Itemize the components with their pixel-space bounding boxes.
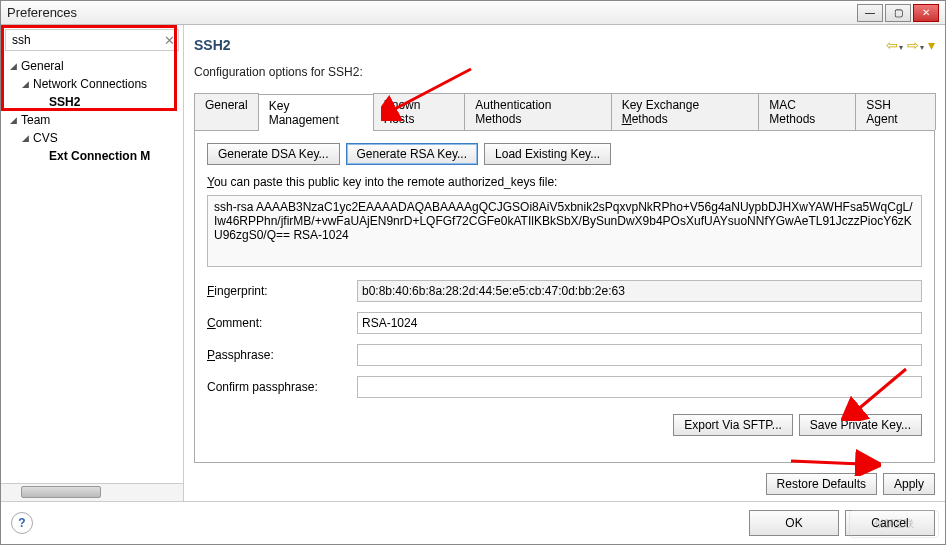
titlebar: Preferences — ▢ ✕ <box>1 1 945 25</box>
fingerprint-field[interactable] <box>357 280 922 302</box>
filter-search[interactable]: ✕ <box>5 29 179 51</box>
tree-node-ext-connection[interactable]: Ext Connection M <box>1 147 183 165</box>
apply-button[interactable]: Apply <box>883 473 935 495</box>
passphrase-field[interactable] <box>357 344 922 366</box>
tab-key-management[interactable]: Key Management <box>258 94 374 131</box>
generate-dsa-key-button[interactable]: Generate DSA Key... <box>207 143 340 165</box>
watermark-logo: 创新互联 <box>849 510 939 538</box>
dialog-footer: ? OK Cancel <box>1 501 945 544</box>
preferences-tree: ◢General ◢Network Connections SSH2 ◢Team… <box>1 55 183 483</box>
passphrase-label: Passphrase: <box>207 348 347 362</box>
fingerprint-label: Fingerprint: <box>207 284 347 298</box>
confirm-passphrase-field[interactable] <box>357 376 922 398</box>
sidebar-horizontal-scrollbar[interactable] <box>1 483 183 501</box>
tab-mac-methods[interactable]: MAC Methods <box>758 93 856 130</box>
tree-node-network-connections[interactable]: ◢Network Connections <box>1 75 183 93</box>
paste-hint: You can paste this public key into the r… <box>207 175 922 189</box>
minimize-button[interactable]: — <box>857 4 883 22</box>
restore-defaults-button[interactable]: Restore Defaults <box>766 473 877 495</box>
sidebar: ✕ ◢General ◢Network Connections SSH2 ◢Te… <box>1 25 184 501</box>
window-title: Preferences <box>7 5 77 20</box>
maximize-button[interactable]: ▢ <box>885 4 911 22</box>
page-title: SSH2 <box>194 37 231 53</box>
forward-button[interactable]: ⇨▾ <box>907 37 924 53</box>
confirm-passphrase-label: Confirm passphrase: <box>207 380 347 394</box>
key-management-panel: Generate DSA Key... Generate RSA Key... … <box>194 131 935 463</box>
comment-label: Comment: <box>207 316 347 330</box>
generate-rsa-key-button[interactable]: Generate RSA Key... <box>346 143 479 165</box>
tree-node-general[interactable]: ◢General <box>1 57 183 75</box>
page-subtitle: Configuration options for SSH2: <box>194 65 935 79</box>
save-private-key-button[interactable]: Save Private Key... <box>799 414 922 436</box>
tree-node-cvs[interactable]: ◢CVS <box>1 129 183 147</box>
public-key-textarea[interactable]: ssh-rsa AAAAB3NzaC1yc2EAAAADAQABAAAAgQCJ… <box>207 195 922 267</box>
tab-authentication-methods[interactable]: Authentication Methods <box>464 93 611 130</box>
tab-known-hosts[interactable]: Known Hosts <box>373 93 466 130</box>
ok-button[interactable]: OK <box>749 510 839 536</box>
tab-ssh-agent[interactable]: SSH Agent <box>855 93 936 130</box>
main-panel: SSH2 ⇦▾ ⇨▾ ▾ Configuration options for S… <box>184 25 945 501</box>
tab-general[interactable]: General <box>194 93 259 130</box>
nav-menu-button[interactable]: ▾ <box>928 37 935 53</box>
tab-bar: General Key Management Known Hosts Authe… <box>194 93 935 131</box>
export-via-sftp-button[interactable]: Export Via SFTP... <box>673 414 793 436</box>
comment-field[interactable] <box>357 312 922 334</box>
search-input[interactable] <box>10 32 164 48</box>
tree-node-team[interactable]: ◢Team <box>1 111 183 129</box>
tree-node-ssh2[interactable]: SSH2 <box>1 93 183 111</box>
tab-key-exchange-methods[interactable]: Key Exchange Methods <box>611 93 760 130</box>
back-button[interactable]: ⇦▾ <box>886 37 903 53</box>
load-existing-key-button[interactable]: Load Existing Key... <box>484 143 611 165</box>
close-button[interactable]: ✕ <box>913 4 939 22</box>
preferences-window: Preferences — ▢ ✕ ✕ ◢General ◢Network Co… <box>0 0 946 545</box>
help-button[interactable]: ? <box>11 512 33 534</box>
clear-search-icon[interactable]: ✕ <box>164 33 175 48</box>
